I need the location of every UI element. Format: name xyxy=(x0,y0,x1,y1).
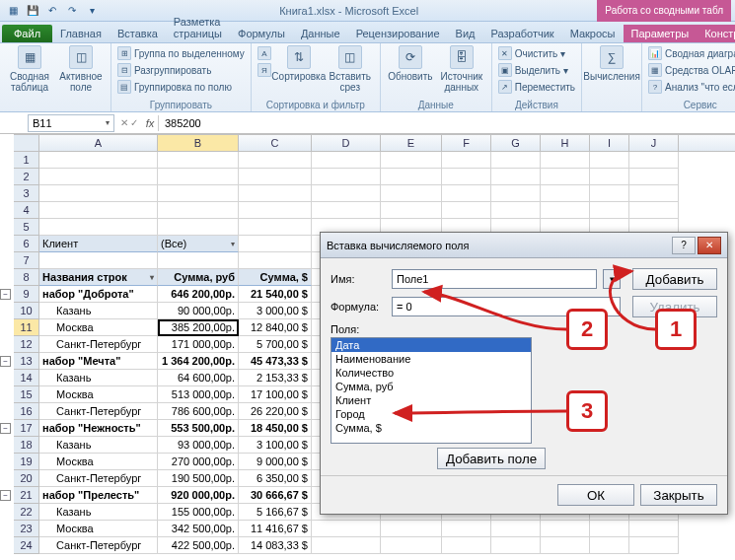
cell[interactable]: 3 000,00 $ xyxy=(239,303,312,319)
cell[interactable] xyxy=(239,169,312,185)
cell[interactable] xyxy=(629,537,679,554)
active-field-button[interactable]: ◫Активное поле xyxy=(57,45,105,93)
cell[interactable]: 270 000,00р. xyxy=(158,454,239,470)
cell[interactable] xyxy=(491,537,541,554)
cell[interactable]: 9 000,00 $ xyxy=(239,454,312,470)
name-input[interactable] xyxy=(392,269,597,289)
cell[interactable]: 171 000,00р. xyxy=(158,336,239,353)
field-item[interactable]: Город xyxy=(331,407,531,421)
cell[interactable] xyxy=(590,202,629,219)
cell[interactable]: 64 600,00р. xyxy=(158,370,239,386)
cell[interactable] xyxy=(158,169,239,185)
tab-review[interactable]: Рецензирование xyxy=(348,25,448,42)
cell[interactable] xyxy=(541,152,590,169)
row-header[interactable]: 5 xyxy=(14,219,39,236)
cell[interactable] xyxy=(39,185,158,202)
cancel-icon[interactable]: ✕ xyxy=(120,117,128,128)
cell[interactable] xyxy=(158,252,239,269)
cell[interactable]: Санкт-Петербург xyxy=(39,336,158,353)
col-header[interactable]: D xyxy=(312,135,381,151)
col-header[interactable]: E xyxy=(381,135,442,151)
field-item[interactable]: Дата xyxy=(331,338,531,352)
row-header[interactable]: 3 xyxy=(14,185,39,202)
cell[interactable]: Москва xyxy=(39,386,158,403)
field-item[interactable]: Количество xyxy=(331,366,531,380)
cell[interactable] xyxy=(590,169,629,185)
cell[interactable] xyxy=(158,185,239,202)
cell[interactable]: Казань xyxy=(39,437,158,454)
cell[interactable]: Москва xyxy=(39,521,158,537)
cell[interactable] xyxy=(491,185,541,202)
cell[interactable]: набор "Мечта" xyxy=(39,353,158,370)
cell[interactable] xyxy=(381,521,442,537)
cell[interactable] xyxy=(39,252,158,269)
cell[interactable] xyxy=(381,537,442,554)
cell[interactable] xyxy=(312,152,381,169)
cell[interactable]: 1 364 200,00р. xyxy=(158,353,239,370)
cell[interactable] xyxy=(381,169,442,185)
cell[interactable]: набор "Нежность" xyxy=(39,420,158,437)
cell[interactable] xyxy=(629,202,679,219)
field-item[interactable]: Сумма, руб xyxy=(331,380,531,393)
cell[interactable]: 5 166,67 $ xyxy=(239,504,312,521)
save-icon[interactable]: 💾 xyxy=(24,2,41,20)
cell[interactable] xyxy=(442,185,491,202)
cell[interactable]: 920 000,00р. xyxy=(158,487,239,504)
cell[interactable] xyxy=(541,521,590,537)
cell[interactable] xyxy=(491,202,541,219)
sort-button[interactable]: ⇅Сортировка xyxy=(275,45,323,93)
cell[interactable]: 93 000,00р. xyxy=(158,437,239,454)
row-header[interactable]: 15 xyxy=(14,386,39,403)
cell[interactable]: Казань xyxy=(39,303,158,319)
cell[interactable]: 342 500,00р. xyxy=(158,521,239,537)
cell[interactable] xyxy=(312,537,381,554)
col-header[interactable]: C xyxy=(239,135,312,151)
help-button[interactable]: ? xyxy=(672,237,696,254)
row-header[interactable]: 9− xyxy=(14,286,39,303)
tab-options[interactable]: Параметры xyxy=(624,25,698,42)
cell[interactable] xyxy=(381,202,442,219)
row-header[interactable]: 1 xyxy=(14,152,39,169)
group-field[interactable]: ▤Группировка по полю xyxy=(117,79,245,95)
cell[interactable] xyxy=(312,169,381,185)
move-button[interactable]: ↗Переместить xyxy=(498,79,575,95)
row-header[interactable]: 6 xyxy=(14,236,39,252)
tab-file[interactable]: Файл xyxy=(2,25,52,42)
undo-icon[interactable]: ↶ xyxy=(43,2,61,20)
cell[interactable] xyxy=(39,152,158,169)
ungroup[interactable]: ⊟Разгруппировать xyxy=(117,62,245,78)
row-header[interactable]: 8 xyxy=(14,269,39,286)
cell[interactable] xyxy=(541,202,590,219)
cell[interactable]: (Все)▾ xyxy=(158,236,239,252)
row-header[interactable]: 16 xyxy=(14,403,39,420)
group-selection[interactable]: ⊞Группа по выделенному xyxy=(117,45,245,61)
col-header[interactable]: H xyxy=(541,135,590,151)
dialog-titlebar[interactable]: Вставка вычисляемого поля ? ✕ xyxy=(321,233,727,258)
select-button[interactable]: ▣Выделить ▾ xyxy=(498,62,575,78)
cell[interactable]: 513 000,00р. xyxy=(158,386,239,403)
redo-icon[interactable]: ↷ xyxy=(63,2,81,20)
col-header[interactable]: A xyxy=(39,135,158,151)
cell[interactable]: набор "Доброта" xyxy=(39,286,158,303)
collapse-icon[interactable]: − xyxy=(0,289,11,300)
col-header[interactable]: G xyxy=(491,135,541,151)
cell[interactable]: 11 416,67 $ xyxy=(239,521,312,537)
add-field-button[interactable]: Добавить поле xyxy=(437,448,546,469)
cell[interactable] xyxy=(239,152,312,169)
sort-za[interactable]: Я xyxy=(257,62,271,78)
cell[interactable] xyxy=(239,202,312,219)
row-header[interactable]: 18 xyxy=(14,437,39,454)
cell[interactable]: 155 000,00р. xyxy=(158,504,239,521)
row-header[interactable]: 24 xyxy=(14,537,39,554)
cell[interactable]: 422 500,00р. xyxy=(158,537,239,554)
cell[interactable] xyxy=(381,185,442,202)
tab-formulas[interactable]: Формулы xyxy=(230,25,293,42)
refresh-button[interactable]: ⟳Обновить xyxy=(387,45,434,93)
pivot-chart[interactable]: 📊Сводная диаграмм xyxy=(648,45,735,61)
cell[interactable] xyxy=(239,236,312,252)
cell[interactable]: 18 450,00 $ xyxy=(239,420,312,437)
formula-input[interactable]: 385200 xyxy=(158,115,735,131)
cell[interactable]: 385 200,00р. xyxy=(158,319,239,336)
cell[interactable]: 5 700,00 $ xyxy=(239,336,312,353)
cell[interactable]: 553 500,00р. xyxy=(158,420,239,437)
